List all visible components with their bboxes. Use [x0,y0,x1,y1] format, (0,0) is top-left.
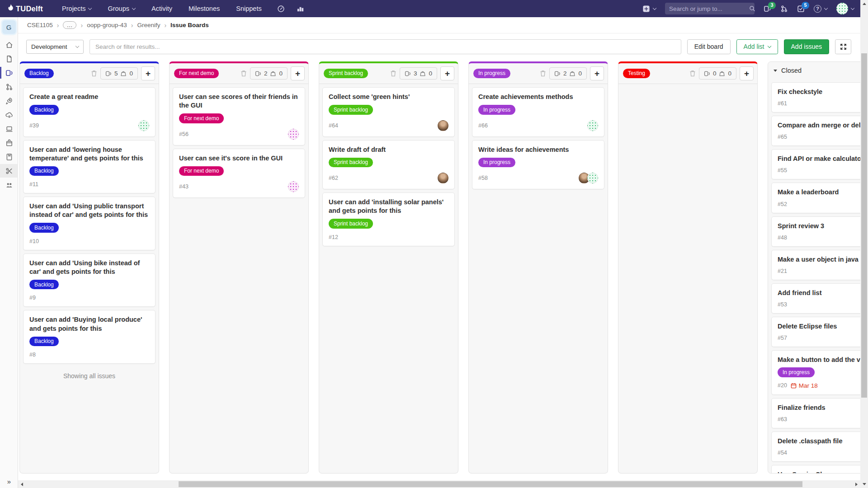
issue-card[interactable]: Make a leaderboard #52 [771,183,868,213]
issue-title[interactable]: User can add 'Using public transport ins… [29,202,149,219]
issue-title[interactable]: Compare adn merge or delete old b [778,121,868,130]
horizontal-scrollbar[interactable] [18,480,860,488]
breadcrumb-ellipsis-button[interactable]: … [63,21,76,29]
assignee-avatar[interactable] [587,173,598,183]
issue-title[interactable]: Finalize friends [778,404,868,412]
issues-nav-icon[interactable]: 3 [764,5,771,13]
filter-input[interactable] [95,43,675,50]
vertical-scrollbar-thumb[interactable] [861,53,867,398]
column-label[interactable]: In progress [473,69,510,78]
issue-card[interactable]: Create achievements methods In progress … [472,87,604,137]
assignee-avatar[interactable] [438,120,448,131]
issue-card[interactable]: User can add 'Using public transport ins… [23,197,156,250]
breadcrumb-cse1105[interactable]: CSE1105 [27,22,53,28]
issue-card[interactable]: User can add 'installing solar panels' a… [322,192,455,246]
column-card-list[interactable]: Create a great readme Backlog #39 User c… [20,84,159,473]
add-card-button[interactable]: + [590,66,604,80]
nav-item-activity[interactable]: Activity [151,5,172,12]
issue-title[interactable]: UserServiceClass [778,470,868,473]
sidebar-item-repository[interactable] [0,52,18,66]
nav-item-projects[interactable]: Projects [62,5,91,12]
issue-card[interactable]: Find API or make calculator for CO2 #55 [771,149,868,179]
nav-item-groups[interactable]: Groups [108,5,135,12]
label-badge[interactable]: Sprint backlog [329,158,373,167]
issue-card[interactable]: Delete .classpath file #54 [771,432,868,462]
board-select[interactable]: Development [26,40,84,54]
issue-card[interactable]: Write ideas for achievements In progress… [472,140,604,190]
column-card-list[interactable]: Collect some 'green hints' Sprint backlo… [319,84,458,473]
assignee-avatar[interactable] [288,181,299,192]
sidebar-item-issues[interactable] [0,66,18,80]
label-badge[interactable]: For next demo [179,113,224,123]
label-badge[interactable]: Sprint backlog [329,219,373,228]
vertical-scrollbar[interactable] [860,0,868,488]
column-card-list[interactable] [618,84,757,473]
label-badge[interactable]: Backlog [29,166,59,176]
sidebar-item-members[interactable] [0,178,18,192]
issue-card[interactable]: Delete Eclipse files #57 [771,317,868,347]
assignee-avatar[interactable] [138,120,149,131]
sidebar-item-operations[interactable] [0,108,18,122]
issue-card[interactable]: Finalize friends #63 [771,398,868,428]
issue-card[interactable]: Fix checkstyle #61 [771,82,868,113]
column-card-list[interactable]: Create achievements methods In progress … [469,84,608,473]
horizontal-scrollbar-thumb[interactable] [179,481,802,487]
issue-title[interactable]: User can add 'Using bike instead of car'… [29,259,149,276]
issue-card[interactable]: Collect some 'green hints' Sprint backlo… [322,87,455,137]
global-search-input[interactable] [669,5,749,12]
delete-list-icon[interactable] [390,70,396,77]
issue-title[interactable]: User can add 'Buying local produce' and … [29,315,149,333]
issue-card[interactable]: UserServiceClass #50 [771,465,868,473]
column-card-list[interactable]: Fix checkstyle #61 Compare adn merge or … [768,79,868,473]
issue-title[interactable]: Make a user object in java [778,255,868,264]
label-badge[interactable]: Backlog [29,105,59,114]
column-label[interactable]: Backlog [24,69,54,78]
add-issues-button[interactable]: Add issues [784,39,829,54]
sidebar-collapse-button[interactable]: » [0,478,18,485]
chart-icon[interactable] [297,5,304,13]
issue-card[interactable]: User can add 'Buying local produce' and … [23,310,156,364]
issue-title[interactable]: User can add 'lowering house temperature… [29,145,149,163]
sidebar-item-web-ide[interactable] [0,122,18,136]
dashboard-icon[interactable] [277,5,285,13]
assignee-avatar[interactable] [288,129,299,140]
issue-title[interactable]: Fix checkstyle [778,88,868,96]
column-label[interactable]: Sprint backlog [324,69,368,78]
issue-title[interactable]: Create achievements methods [478,93,598,101]
label-badge[interactable]: In progress [478,158,515,167]
column-label[interactable]: For next demo [174,69,219,78]
issue-title[interactable]: Find API or make calculator for CO2 [778,155,868,163]
issue-card[interactable]: Make a button to add the vegetaria In pr… [771,350,868,395]
add-card-button[interactable]: + [291,66,305,80]
issue-title[interactable]: Create a great readme [29,93,149,101]
issue-title[interactable]: Collect some 'green hints' [329,93,448,101]
sidebar-item-wiki[interactable] [0,150,18,164]
sidebar-item-overview[interactable] [0,38,18,52]
merge-requests-icon[interactable] [780,5,788,13]
issue-title[interactable]: Make a leaderboard [778,188,868,197]
delete-list-icon[interactable] [241,70,247,77]
scroll-left-arrow-icon[interactable] [21,483,23,486]
scroll-up-arrow-icon[interactable] [863,3,866,5]
label-badge[interactable]: Sprint backlog [329,105,373,114]
scroll-down-arrow-icon[interactable] [863,483,866,485]
issue-card[interactable]: User can add 'Using bike instead of car'… [23,253,156,307]
issue-title[interactable]: User can see it's score in the GUI [179,154,299,163]
label-badge[interactable]: Backlog [29,337,59,346]
sidebar-item-cicd[interactable] [0,94,18,108]
issue-card[interactable]: Write draft of draft Sprint backlog #62 [322,140,455,190]
issue-title[interactable]: Sprint review 3 [778,222,868,230]
tudelft-logo[interactable]: TUDelft [7,4,43,13]
sidebar-item-snippets[interactable] [0,164,18,178]
assignee-avatar[interactable] [587,120,598,131]
label-badge[interactable]: Backlog [29,280,59,289]
assignee-avatar[interactable] [438,173,448,183]
add-list-button[interactable]: Add list [736,39,778,54]
nav-item-milestones[interactable]: Milestones [189,5,220,12]
user-menu[interactable] [836,3,854,14]
label-badge[interactable]: In progress [778,367,815,377]
delete-list-icon[interactable] [91,70,97,77]
column-card-list[interactable]: User can see scores of their friends in … [170,84,308,473]
issue-title[interactable]: Write draft of draft [329,145,448,154]
issue-title[interactable]: User can see scores of their friends in … [179,93,299,110]
